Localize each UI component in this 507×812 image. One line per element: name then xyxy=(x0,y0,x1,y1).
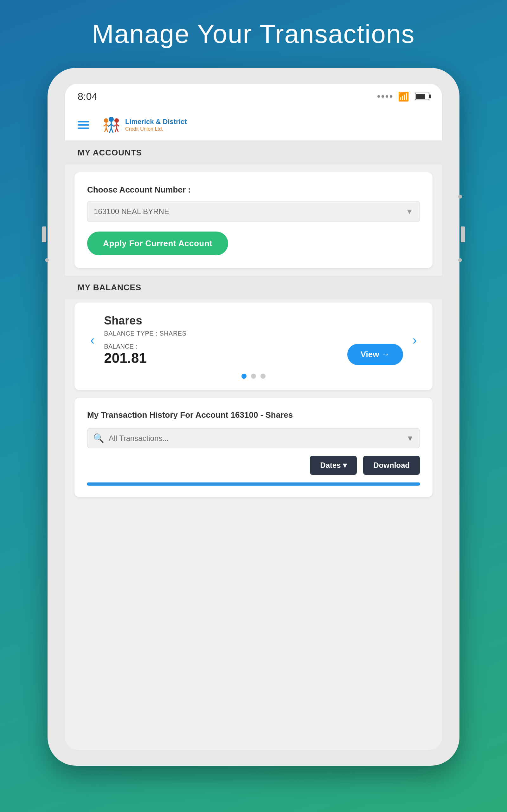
progress-bar xyxy=(87,483,420,486)
svg-point-6 xyxy=(109,117,114,122)
svg-line-10 xyxy=(109,128,111,133)
balance-label: BALANCE : xyxy=(104,343,147,350)
choose-account-label: Choose Account Number : xyxy=(87,185,420,195)
status-bar: 8:04 📶 xyxy=(65,84,442,109)
svg-point-12 xyxy=(114,118,119,123)
status-icons: 📶 xyxy=(377,91,429,102)
carousel-dot-2[interactable] xyxy=(251,374,256,379)
balance-content: Shares BALANCE TYPE : SHARES BALANCE : 2… xyxy=(98,314,409,366)
logo-svg xyxy=(102,115,121,135)
selected-account-value: 163100 NEAL BYRNE xyxy=(94,207,169,216)
carousel-prev-button[interactable]: ‹ xyxy=(87,333,98,347)
left-dot xyxy=(45,258,49,262)
nav-bar: Limerick & District Credit Union Ltd. xyxy=(65,109,442,141)
search-row[interactable]: 🔍 ▼ xyxy=(87,428,420,448)
action-row: Dates ▾ Download xyxy=(87,456,420,475)
page-title: Manage Your Transactions xyxy=(92,19,415,49)
logo-sub: Credit Union Ltd. xyxy=(125,126,187,132)
transaction-history-title: My Transaction History For Account 16310… xyxy=(87,409,420,420)
hamburger-menu[interactable] xyxy=(78,121,89,129)
logo-name: Limerick & District xyxy=(125,118,187,126)
shares-title: Shares xyxy=(104,314,403,327)
carousel-dot-3[interactable] xyxy=(261,374,266,379)
svg-point-0 xyxy=(104,118,108,123)
logo-area: Limerick & District Credit Union Ltd. xyxy=(102,115,187,135)
svg-line-17 xyxy=(117,128,118,132)
carousel-dots xyxy=(87,374,420,379)
logo-text: Limerick & District Credit Union Ltd. xyxy=(125,118,187,132)
balance-row: BALANCE : 201.81 View → xyxy=(104,343,403,366)
accounts-card: Choose Account Number : 163100 NEAL BYRN… xyxy=(74,172,433,268)
side-dot-bottom xyxy=(458,258,462,262)
carousel-dot-1[interactable] xyxy=(241,374,246,379)
download-button[interactable]: Download xyxy=(363,456,420,475)
dropdown-arrow-icon: ▼ xyxy=(406,207,413,216)
account-select-dropdown[interactable]: 163100 NEAL BYRNE ▼ xyxy=(87,201,420,222)
dates-button[interactable]: Dates ▾ xyxy=(310,456,357,475)
search-dropdown-icon: ▼ xyxy=(406,434,414,443)
balance-type-label: BALANCE TYPE : SHARES xyxy=(104,330,403,337)
my-accounts-title: MY ACCOUNTS xyxy=(78,148,142,157)
svg-line-5 xyxy=(106,128,108,132)
my-accounts-header: MY ACCOUNTS xyxy=(65,141,442,165)
svg-line-11 xyxy=(111,128,113,133)
wifi-icon: 📶 xyxy=(398,91,409,102)
apply-current-account-button[interactable]: Apply For Current Account xyxy=(87,232,228,255)
balance-card: ‹ Shares BALANCE TYPE : SHARES BALANCE :… xyxy=(74,303,433,390)
my-balances-title: MY BALANCES xyxy=(78,283,141,292)
my-balances-header: MY BALANCES xyxy=(65,275,442,299)
transaction-history-card: My Transaction History For Account 16310… xyxy=(74,398,433,497)
status-time: 8:04 xyxy=(78,91,97,102)
balance-left: BALANCE : 201.81 xyxy=(104,343,147,366)
carousel-nav: ‹ Shares BALANCE TYPE : SHARES BALANCE :… xyxy=(87,314,420,366)
signal-icon xyxy=(377,95,392,98)
search-input[interactable] xyxy=(109,434,406,443)
tablet-frame: 8:04 📶 xyxy=(48,68,459,766)
battery-icon xyxy=(415,93,429,100)
view-button[interactable]: View → xyxy=(347,344,403,365)
tablet-screen: 8:04 📶 xyxy=(65,84,442,750)
side-dot-top xyxy=(458,195,462,199)
balance-amount: 201.81 xyxy=(104,350,147,366)
view-button-label: View → xyxy=(360,350,390,359)
carousel-next-button[interactable]: › xyxy=(409,333,420,347)
search-icon: 🔍 xyxy=(93,433,104,444)
